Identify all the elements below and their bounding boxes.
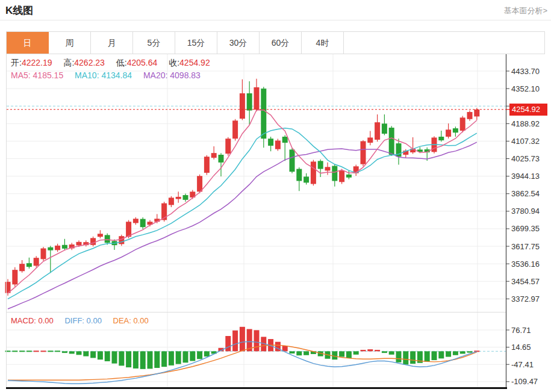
candle-body [48, 247, 53, 250]
macd-hist-bar [240, 327, 245, 352]
y-tick-label: 76.71 [511, 326, 531, 335]
candle-body [169, 198, 174, 205]
macd-hist-bar [304, 351, 309, 355]
candle-body [119, 236, 124, 244]
macd-hist-bar [460, 351, 465, 353]
macd-hist-bar [62, 351, 67, 353]
macd-hist-bar [98, 351, 103, 359]
macd-value: 0.00 [39, 316, 54, 325]
macd-hist-bar [176, 351, 181, 364]
candle-body [197, 176, 202, 191]
low-label: 低: [116, 58, 127, 67]
macd-hist-bar [232, 331, 238, 352]
y-tick-label: 4025.73 [511, 154, 540, 163]
macd-hist-bar [183, 351, 188, 362]
tab-5分[interactable]: 5分 [133, 32, 175, 54]
candle-body [183, 195, 188, 200]
candle-body [325, 167, 331, 170]
macd-hist-bar [453, 351, 458, 355]
macd-hist-bar [403, 351, 408, 364]
y-tick-label: -109.47 [511, 377, 538, 386]
ma5-value: 4185.15 [33, 70, 64, 80]
macd-hist-bar [438, 351, 444, 358]
candle-body [12, 270, 17, 284]
close-label: 收: [169, 58, 179, 67]
macd-hist-bar [126, 351, 131, 367]
candle-body [282, 137, 288, 143]
page-title: K线图 [5, 4, 33, 17]
header-divider [0, 20, 551, 20]
tab-15分[interactable]: 15分 [175, 32, 217, 54]
candle-body [26, 263, 32, 267]
candle-body [204, 157, 210, 173]
ohlc-readout: 开:4222.19 高:4262.23 低:4205.64 收:4254.92 [11, 58, 219, 69]
macd-hist-bar [12, 350, 17, 352]
candle-body [225, 138, 231, 154]
candle-body [126, 222, 131, 237]
macd-hist-bar [55, 350, 60, 352]
candle-body [247, 93, 252, 111]
candle-body [133, 219, 139, 223]
candle-body [474, 110, 479, 117]
macd-hist-bar [69, 351, 75, 353]
macd-hist-bar [296, 351, 302, 355]
macd-hist-bar [105, 351, 110, 361]
candle-body [240, 93, 245, 119]
diff-value: 0.00 [87, 316, 102, 325]
candle-body [211, 153, 217, 158]
open-label: 开: [11, 58, 22, 67]
macd-hist-bar [161, 351, 167, 367]
macd-hist-bar [254, 330, 260, 351]
y-tick-label: 3944.13 [511, 172, 540, 181]
macd-hist-bar [148, 351, 153, 369]
high-label: 高: [63, 58, 74, 67]
candle-body [367, 137, 373, 143]
macd-hist-bar [467, 351, 473, 352]
y-tick-label: 3862.54 [511, 189, 540, 198]
macd-hist-bar [396, 351, 402, 362]
candle-body [361, 142, 366, 164]
candle-body [98, 234, 103, 237]
candle-body [254, 87, 260, 110]
macd-hist-bar [367, 349, 373, 351]
tab-30分[interactable]: 30分 [217, 32, 260, 54]
tab-周[interactable]: 周 [49, 32, 91, 54]
ma-readout: MA5: 4185.15 MA10: 4134.84 MA20: 4098.83 [11, 70, 210, 80]
ma10-value: 4134.84 [101, 70, 132, 80]
diff-label: DIFF: [64, 316, 84, 325]
macd-hist-bar [361, 350, 366, 351]
macd-hist-bar [169, 351, 174, 366]
tab-4时[interactable]: 4时 [302, 32, 344, 54]
y-tick-label: 4188.92 [511, 119, 540, 128]
macd-hist-bar [48, 350, 53, 352]
ma5-label: MA5: [11, 70, 31, 80]
tab-60分[interactable]: 60分 [260, 32, 302, 54]
macd-hist-bar [410, 351, 416, 364]
tab-月[interactable]: 月 [91, 32, 133, 54]
macd-hist-bar [41, 350, 46, 352]
macd-hist-bar [432, 351, 437, 360]
candle-body [453, 128, 458, 132]
bottom-border [6, 387, 507, 389]
open-value: 4222.19 [22, 58, 52, 67]
macd-hist-bar [332, 351, 337, 359]
macd-hist-bar [425, 351, 430, 362]
macd-hist-bar [375, 350, 380, 351]
candle-body [467, 112, 473, 119]
candle-body [304, 176, 309, 182]
fundamental-analysis-link[interactable]: 基本面分析> [503, 5, 547, 16]
ma20-label: MA20: [143, 70, 167, 80]
macd-hist-bar [204, 351, 210, 356]
macd-hist-bar [225, 336, 231, 351]
candle-body [382, 123, 387, 134]
macd-hist-bar [83, 351, 89, 356]
macd-hist-bar [119, 351, 124, 366]
tab-日[interactable]: 日 [7, 32, 49, 54]
macd-hist-bar [133, 351, 139, 369]
candle-body [140, 219, 146, 228]
macd-hist-bar [382, 351, 387, 353]
ma20-line [8, 142, 477, 309]
period-tabbar: 日周月5分15分30分60分4时 [6, 31, 545, 54]
macd-label: MACD: [11, 316, 36, 325]
macd-hist-bar [446, 351, 451, 356]
